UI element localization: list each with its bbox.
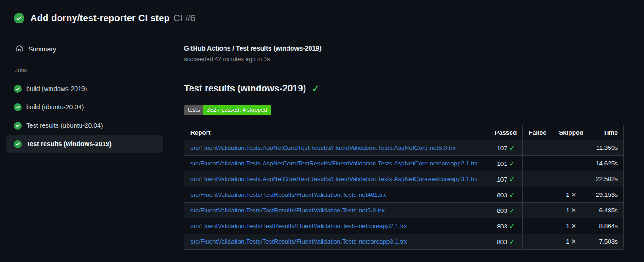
- skipped-cell: 1✕: [553, 218, 589, 234]
- passed-cell: 101✓: [489, 156, 523, 171]
- section-heading: Test results (windows-2019) ✓: [184, 83, 320, 94]
- passed-count: 803: [497, 192, 507, 199]
- check-circle-icon: [14, 140, 22, 148]
- skipped-cell: ✕: [553, 156, 589, 171]
- sidebar: Summary Jobs build (windows-2019): [0, 0, 170, 262]
- passed-count: 803: [497, 223, 507, 230]
- badge-value: 3527 passed, 4 skipped: [203, 105, 271, 115]
- table-header-row: Report Passed Failed Skipped Time: [184, 125, 624, 140]
- header-skipped: Skipped: [553, 125, 589, 140]
- report-cell: src/FluentValidation.Tests.AspNetCore/Te…: [184, 171, 489, 187]
- passed-cell: 803✓: [489, 234, 523, 250]
- passed-cell: 107✓: [489, 171, 523, 187]
- summary-label: Summary: [29, 46, 56, 53]
- check-icon: ✓: [509, 207, 515, 214]
- passed-cell: 803✓: [489, 203, 523, 218]
- test-results-table: Report Passed Failed Skipped Time src/Fl…: [184, 125, 624, 250]
- failed-cell: [523, 140, 553, 156]
- report-cell: src/FluentValidation.Tests/TestResults/F…: [184, 234, 489, 250]
- divider: [184, 71, 644, 71]
- check-circle-icon: [14, 122, 22, 130]
- report-cell: src/FluentValidation.Tests.AspNetCore/Te…: [184, 140, 489, 156]
- passed-cell: 803✓: [489, 187, 523, 203]
- skipped-count: 1: [566, 238, 569, 245]
- table-row: src/FluentValidation.Tests.AspNetCore/Te…: [184, 171, 624, 187]
- passed-count: 101: [497, 160, 507, 167]
- check-run-title: GitHub Actions / Test results (windows-2…: [184, 45, 322, 52]
- report-cell: src/FluentValidation.Tests/TestResults/F…: [184, 187, 489, 203]
- skipped-cell: 1✕: [553, 187, 589, 203]
- skipped-cell: 1✕: [553, 234, 589, 250]
- jobs-section-label: Jobs: [15, 67, 27, 74]
- skipped-count: 1: [566, 191, 569, 198]
- check-icon: ✓: [509, 222, 515, 230]
- divider: [184, 97, 644, 97]
- check-icon: ✓: [509, 176, 515, 183]
- cross-icon: ✕: [571, 191, 576, 198]
- jobs-list: build (windows-2019) build (ubuntu-20.04…: [0, 80, 170, 154]
- cross-icon: ✕: [571, 238, 576, 245]
- tests-badge[interactable]: tests 3527 passed, 4 skipped: [184, 105, 271, 115]
- report-cell: src/FluentValidation.Tests.AspNetCore/Te…: [184, 156, 489, 171]
- table-row: src/FluentValidation.Tests.AspNetCore/Te…: [184, 156, 624, 171]
- report-link[interactable]: src/FluentValidation.Tests/TestResults/F…: [190, 191, 386, 198]
- check-circle-icon: [14, 103, 22, 111]
- table-row: src/FluentValidation.Tests.AspNetCore/Te…: [184, 140, 624, 156]
- report-cell: src/FluentValidation.Tests/TestResults/F…: [184, 203, 489, 218]
- failed-cell: [523, 171, 553, 187]
- report-link[interactable]: src/FluentValidation.Tests.AspNetCore/Te…: [190, 144, 456, 151]
- table-row: src/FluentValidation.Tests/TestResults/F…: [184, 203, 624, 218]
- time-cell: 22.582s: [589, 171, 624, 187]
- report-link[interactable]: src/FluentValidation.Tests/TestResults/F…: [190, 238, 407, 245]
- passed-cell: 803✓: [489, 218, 523, 234]
- failed-cell: [523, 234, 553, 250]
- header-passed: Passed: [489, 125, 523, 140]
- job-label: Test results (windows-2019): [26, 140, 112, 148]
- section-title: Test results (windows-2019): [184, 83, 306, 94]
- skipped-cell: ✕: [553, 140, 589, 156]
- check-run-status: succeeded 42 minutes ago in 0s: [184, 56, 270, 63]
- report-link[interactable]: src/FluentValidation.Tests/TestResults/F…: [190, 207, 385, 214]
- check-icon: ✓: [509, 144, 515, 152]
- skipped-cell: 1✕: [553, 203, 589, 218]
- report-cell: src/FluentValidation.Tests/TestResults/F…: [184, 218, 489, 234]
- table-row: src/FluentValidation.Tests/TestResults/F…: [184, 234, 624, 250]
- skipped-count: 1: [566, 207, 569, 214]
- time-cell: 6.485s: [589, 203, 624, 218]
- check-icon: ✓: [509, 191, 515, 199]
- sidebar-job-item[interactable]: build (windows-2019): [6, 80, 163, 97]
- sidebar-job-item[interactable]: Test results (ubuntu-20.04): [6, 117, 163, 134]
- failed-cell: [523, 187, 553, 203]
- job-label: Test results (ubuntu-20.04): [26, 122, 103, 129]
- table-row: src/FluentValidation.Tests/TestResults/F…: [184, 187, 624, 203]
- time-cell: 7.503s: [589, 234, 624, 250]
- job-label: build (windows-2019): [26, 85, 87, 92]
- check-icon: ✓: [509, 238, 515, 245]
- sidebar-item-summary[interactable]: Summary: [15, 44, 56, 54]
- passed-count: 803: [497, 207, 507, 214]
- badge-label: tests: [184, 105, 203, 115]
- passed-count: 803: [497, 239, 507, 245]
- home-icon: [15, 44, 23, 54]
- check-circle-icon: [14, 85, 22, 93]
- passed-count: 107: [497, 145, 507, 152]
- failed-cell: [523, 218, 553, 234]
- header-time: Time: [589, 125, 624, 140]
- check-icon: ✓: [311, 84, 320, 93]
- time-cell: 14.625s: [589, 156, 624, 171]
- header-failed: Failed: [523, 125, 553, 140]
- cross-icon: ✕: [571, 207, 576, 214]
- main-content: GitHub Actions / Test results (windows-2…: [184, 0, 644, 262]
- passed-cell: 107✓: [489, 140, 523, 156]
- time-cell: 11.359s: [589, 140, 624, 156]
- report-link[interactable]: src/FluentValidation.Tests.AspNetCore/Te…: [190, 176, 478, 182]
- skipped-cell: ✕: [553, 171, 589, 187]
- failed-cell: [523, 156, 553, 171]
- header-report: Report: [184, 125, 489, 140]
- sidebar-job-item[interactable]: build (ubuntu-20.04): [6, 98, 163, 116]
- cross-icon: ✕: [571, 222, 576, 229]
- report-link[interactable]: src/FluentValidation.Tests/TestResults/F…: [190, 222, 407, 229]
- report-link[interactable]: src/FluentValidation.Tests.AspNetCore/Te…: [190, 160, 478, 167]
- sidebar-job-item[interactable]: Test results (windows-2019): [6, 135, 163, 153]
- time-cell: 8.864s: [589, 218, 624, 234]
